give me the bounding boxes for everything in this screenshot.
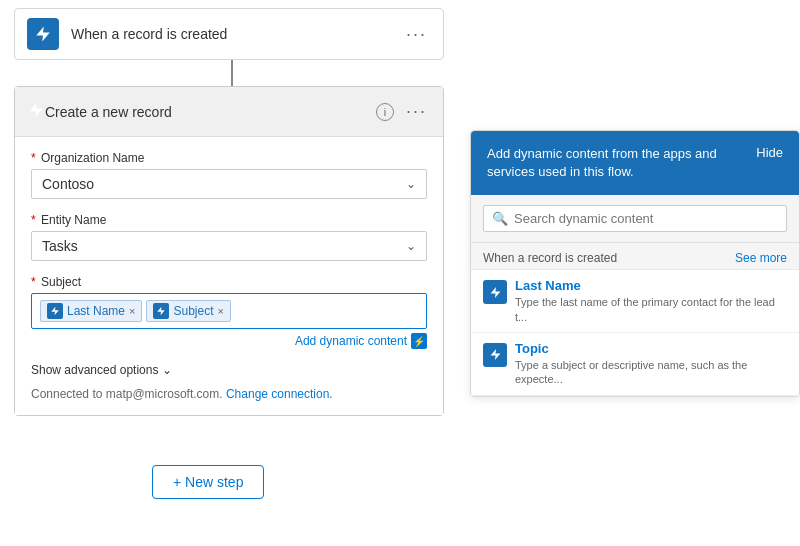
search-icon: 🔍	[492, 211, 508, 226]
add-dynamic-content-button[interactable]: Add dynamic content ⚡	[31, 333, 427, 349]
tag-subject: Subject ×	[146, 300, 230, 322]
change-connection-link[interactable]: Change connection.	[226, 387, 333, 401]
action-info-button[interactable]: i	[376, 103, 394, 121]
dynamic-item-last-name-title: Last Name	[515, 278, 787, 293]
see-more-button[interactable]: See more	[735, 251, 787, 265]
entity-name-group: * Entity Name Tasks ⌄	[31, 213, 427, 261]
action-card-header: Create a new record i ···	[15, 87, 443, 137]
dynamic-content-panel: Add dynamic content from the apps and se…	[470, 130, 800, 397]
org-name-group: * Organization Name Contoso ⌄	[31, 151, 427, 199]
action-menu-button[interactable]: ···	[402, 97, 431, 126]
chevron-down-icon: ⌄	[162, 363, 172, 377]
dynamic-item-last-name-desc: Type the last name of the primary contac…	[515, 295, 787, 324]
new-step-button[interactable]: + New step	[152, 465, 264, 499]
main-canvas: When a record is created ··· Create a ne…	[0, 0, 800, 546]
dynamic-item-last-name[interactable]: Last Name Type the last name of the prim…	[471, 270, 799, 333]
dynamic-item-topic-title: Topic	[515, 341, 787, 356]
subject-field[interactable]: Last Name × Subject ×	[31, 293, 427, 329]
tag-subject-lightning-icon	[156, 306, 166, 316]
item-lightning-icon-2	[489, 348, 502, 361]
action-card-title: Create a new record	[45, 104, 376, 120]
dynamic-item-last-name-content: Last Name Type the last name of the prim…	[515, 278, 787, 324]
trigger-card-icon	[27, 18, 59, 50]
subject-label: * Subject	[31, 275, 427, 289]
tag-subject-close[interactable]: ×	[218, 305, 224, 317]
item-lightning-icon-1	[489, 286, 502, 299]
dynamic-item-topic-desc: Type a subject or descriptive name, such…	[515, 358, 787, 387]
tag-last-name-icon	[47, 303, 63, 319]
tag-last-name-label: Last Name	[67, 304, 125, 318]
action-card-icon	[27, 101, 45, 123]
show-advanced-button[interactable]: Show advanced options ⌄	[31, 363, 427, 377]
tag-subject-label: Subject	[173, 304, 213, 318]
connection-info: Connected to matp@microsoft.com. Change …	[31, 387, 427, 401]
tag-subject-icon	[153, 303, 169, 319]
tag-last-name-close[interactable]: ×	[129, 305, 135, 317]
dynamic-panel-title: Add dynamic content from the apps and se…	[487, 145, 756, 181]
subject-required-marker: *	[31, 275, 36, 289]
action-card-body: * Organization Name Contoso ⌄ * Entity N…	[15, 137, 443, 415]
trigger-menu-button[interactable]: ···	[402, 20, 431, 49]
org-chevron-icon: ⌄	[406, 177, 416, 191]
trigger-card-title: When a record is created	[71, 26, 402, 42]
dynamic-item-topic-icon	[483, 343, 507, 367]
org-required-marker: *	[31, 151, 36, 165]
dynamic-section-header: When a record is created See more	[471, 243, 799, 270]
dynamic-search-input[interactable]	[514, 211, 778, 226]
subject-group: * Subject Last Name ×	[31, 275, 427, 349]
entity-name-dropdown[interactable]: Tasks ⌄	[31, 231, 427, 261]
entity-name-label: * Entity Name	[31, 213, 427, 227]
entity-chevron-icon: ⌄	[406, 239, 416, 253]
org-name-dropdown[interactable]: Contoso ⌄	[31, 169, 427, 199]
action-lightning-icon	[27, 101, 45, 119]
dynamic-item-topic-content: Topic Type a subject or descriptive name…	[515, 341, 787, 387]
dynamic-search-box: 🔍	[483, 205, 787, 232]
hide-panel-button[interactable]: Hide	[756, 145, 783, 160]
lightning-bolt-icon	[34, 25, 52, 43]
trigger-card: When a record is created ···	[14, 8, 444, 60]
tag-last-name: Last Name ×	[40, 300, 142, 322]
dynamic-item-topic[interactable]: Topic Type a subject or descriptive name…	[471, 333, 799, 396]
dynamic-panel-header: Add dynamic content from the apps and se…	[471, 131, 799, 195]
entity-required-marker: *	[31, 213, 36, 227]
add-dynamic-icon: ⚡	[411, 333, 427, 349]
tag-lightning-icon	[50, 306, 60, 316]
dynamic-item-last-name-icon	[483, 280, 507, 304]
dynamic-section-label: When a record is created	[483, 251, 617, 265]
dynamic-search-area: 🔍	[471, 195, 799, 243]
action-card: Create a new record i ··· * Organization…	[14, 86, 444, 416]
org-name-label: * Organization Name	[31, 151, 427, 165]
